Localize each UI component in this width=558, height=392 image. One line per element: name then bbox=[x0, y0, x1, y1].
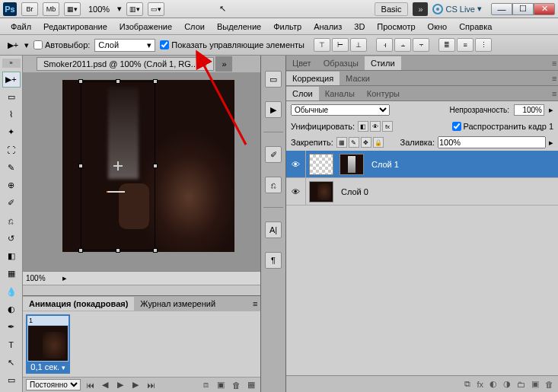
canvas-viewport[interactable] bbox=[23, 72, 260, 271]
status-chevron-icon[interactable]: ▸ bbox=[62, 273, 67, 283]
dodge-tool[interactable]: ◐ bbox=[2, 301, 21, 317]
distribute-1-button[interactable]: ≣ bbox=[438, 38, 455, 52]
layer-thumbnail[interactable] bbox=[309, 154, 333, 175]
menu-window[interactable]: Окно bbox=[422, 20, 454, 33]
panel-menu-icon[interactable]: ≡ bbox=[247, 297, 260, 311]
menu-filter[interactable]: Фильтр bbox=[267, 20, 308, 33]
toolbox-collapse-icon[interactable]: » bbox=[2, 59, 21, 68]
gradient-tool[interactable]: ▦ bbox=[2, 266, 21, 282]
layer-name[interactable]: Слой 1 bbox=[367, 160, 399, 169]
character-panel-icon[interactable]: A| bbox=[265, 221, 282, 238]
workspace-switcher-icon[interactable]: » bbox=[413, 2, 428, 16]
align-vcenter-button[interactable]: ⊢ bbox=[332, 38, 349, 52]
menu-edit[interactable]: Редактирование bbox=[37, 20, 113, 33]
window-maximize-button[interactable]: ☐ bbox=[512, 3, 534, 15]
link-layers-icon[interactable]: ⧉ bbox=[464, 379, 470, 389]
tab-paths[interactable]: Контуры bbox=[361, 87, 406, 100]
menu-image[interactable]: Изображение bbox=[113, 20, 178, 33]
marquee-tool[interactable]: ▭ bbox=[2, 89, 21, 105]
minibridge-button[interactable]: Mb bbox=[43, 2, 59, 16]
transform-bounding-box[interactable] bbox=[81, 81, 155, 250]
heal-tool[interactable]: ⊕ bbox=[2, 177, 21, 193]
autoselect-mode-dropdown[interactable]: Слой▾ bbox=[94, 39, 155, 52]
new-layer-icon[interactable]: ▣ bbox=[531, 379, 539, 389]
move-tool-indicator-icon[interactable]: ▶+ bbox=[6, 38, 20, 52]
propagate-frame-checkbox[interactable]: Распространить кадр 1 bbox=[452, 122, 553, 131]
first-frame-button[interactable]: ⏮ bbox=[84, 380, 96, 390]
close-tab-icon[interactable]: × bbox=[202, 59, 207, 69]
type-tool[interactable]: T bbox=[2, 336, 21, 352]
tab-swatches[interactable]: Образцы bbox=[317, 56, 365, 70]
distribute-3-button[interactable]: ⋮ bbox=[475, 38, 492, 52]
clone-panel-icon[interactable]: ⎌ bbox=[265, 177, 282, 193]
menu-view[interactable]: Просмотр bbox=[371, 20, 421, 33]
eyedropper-tool[interactable]: ✎ bbox=[2, 160, 21, 176]
play-button[interactable]: ▶ bbox=[114, 380, 126, 390]
fill-input[interactable] bbox=[438, 136, 546, 148]
bridge-button[interactable]: Br bbox=[21, 2, 38, 16]
document-tab[interactable]: Smoker2011.psd @ 100% (Слой 1, RG... × bbox=[37, 57, 214, 71]
animation-frame[interactable]: 1 0,1 сек. ▾ bbox=[26, 314, 70, 374]
frame-duration[interactable]: 0,1 сек. ▾ bbox=[27, 362, 69, 372]
shape-tool[interactable]: ▭ bbox=[2, 372, 21, 388]
layer-row[interactable]: 👁 Слой 0 bbox=[286, 178, 558, 206]
unify-style-icon[interactable]: fx bbox=[382, 121, 393, 132]
loop-dropdown[interactable]: Постоянно bbox=[26, 379, 81, 390]
pen-tool[interactable]: ✒ bbox=[2, 319, 21, 335]
last-frame-button[interactable]: ⏭ bbox=[145, 380, 157, 390]
panel-menu-icon[interactable]: ≡ bbox=[546, 87, 558, 100]
opacity-input[interactable] bbox=[514, 104, 544, 116]
align-hcenter-button[interactable]: ⫠ bbox=[394, 38, 411, 52]
transform-handle[interactable] bbox=[78, 248, 83, 253]
unify-visibility-icon[interactable]: 👁 bbox=[370, 121, 381, 132]
autoselect-checkbox[interactable]: Автовыбор: bbox=[33, 40, 90, 49]
tab-color[interactable]: Цвет bbox=[286, 56, 317, 70]
workspace-button[interactable]: Basic bbox=[375, 2, 409, 16]
prev-frame-button[interactable]: ◀ bbox=[99, 380, 111, 390]
eraser-tool[interactable]: ◧ bbox=[2, 248, 21, 264]
window-minimize-button[interactable]: — bbox=[491, 3, 512, 15]
lock-position-icon[interactable]: ✥ bbox=[361, 137, 371, 148]
lock-all-icon[interactable]: 🔒 bbox=[373, 137, 384, 148]
transform-handle[interactable] bbox=[116, 79, 120, 84]
unify-position-icon[interactable]: ◧ bbox=[358, 121, 368, 132]
crop-tool[interactable]: ⛶ bbox=[2, 142, 21, 158]
show-transform-controls-checkbox[interactable]: Показать управляющие элементы bbox=[160, 40, 305, 49]
arrange-button[interactable]: ▥▾ bbox=[126, 2, 143, 16]
chevron-icon[interactable]: ▸ bbox=[549, 138, 553, 148]
align-bottom-button[interactable]: ⊥ bbox=[350, 38, 367, 52]
actions-panel-icon[interactable]: ▶ bbox=[265, 101, 282, 118]
menu-select[interactable]: Выделение bbox=[211, 20, 267, 33]
tween-button[interactable]: ⧈ bbox=[199, 380, 212, 390]
stamp-tool[interactable]: ⎌ bbox=[2, 213, 21, 229]
tab-channels[interactable]: Каналы bbox=[319, 87, 361, 100]
blend-mode-dropdown[interactable]: Обычные bbox=[291, 104, 390, 116]
group-icon[interactable]: 🗀 bbox=[517, 380, 525, 389]
visibility-toggle-icon[interactable]: 👁 bbox=[286, 151, 306, 177]
zoom-chevron-down-icon[interactable]: ▾ bbox=[117, 4, 122, 14]
paragraph-panel-icon[interactable]: ¶ bbox=[265, 252, 282, 269]
layer-thumbnail[interactable] bbox=[340, 154, 364, 175]
distribute-2-button[interactable]: ≡ bbox=[457, 38, 474, 52]
lock-pixels-icon[interactable]: ✎ bbox=[349, 137, 359, 148]
align-top-button[interactable]: ⊤ bbox=[314, 38, 330, 52]
menu-file[interactable]: Файл bbox=[5, 20, 37, 33]
history-panel-icon[interactable]: ▭ bbox=[265, 71, 282, 88]
align-left-button[interactable]: ⫞ bbox=[376, 38, 393, 52]
layer-row[interactable]: 👁 Слой 1 bbox=[286, 151, 558, 178]
zoom-input[interactable] bbox=[26, 274, 56, 282]
doc-tab-handle-icon[interactable]: » bbox=[215, 56, 232, 72]
timeline-mode-icon[interactable]: ▦ bbox=[245, 380, 257, 390]
cslive-button[interactable]: CS Live ▾ bbox=[432, 4, 482, 14]
menu-layers[interactable]: Слои bbox=[178, 20, 211, 33]
tab-animation[interactable]: Анимация (покадровая) bbox=[23, 297, 134, 311]
menu-help[interactable]: Справка bbox=[453, 20, 498, 33]
view-extras-button[interactable]: ▦▾ bbox=[64, 2, 81, 16]
panel-menu-icon[interactable]: ≡ bbox=[546, 56, 558, 70]
blur-tool[interactable]: 💧 bbox=[2, 284, 21, 300]
history-brush-tool[interactable]: ↺ bbox=[2, 231, 21, 247]
window-close-button[interactable]: ✕ bbox=[534, 3, 555, 15]
path-tool[interactable]: ↖ bbox=[2, 355, 21, 371]
lasso-tool[interactable]: ⌇ bbox=[2, 107, 21, 123]
layer-mask-icon[interactable]: ◐ bbox=[489, 379, 497, 389]
